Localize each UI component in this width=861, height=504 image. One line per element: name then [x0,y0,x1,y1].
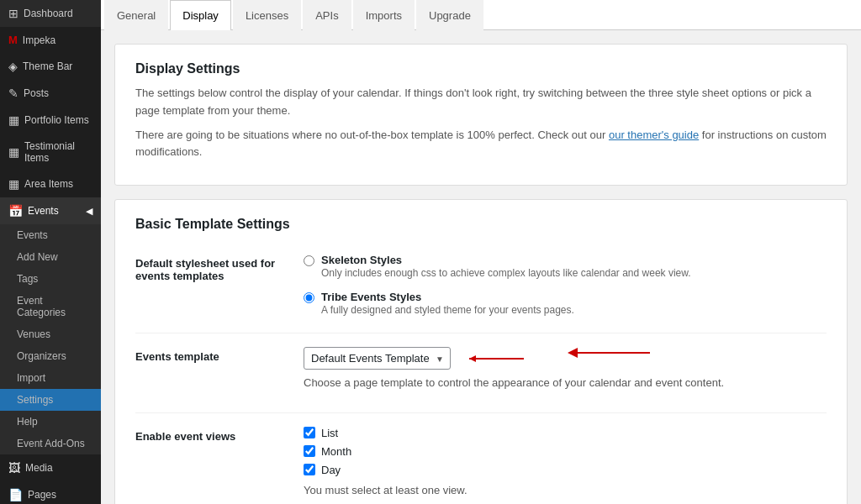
sidebar-label-posts: Posts [24,87,49,99]
sidebar-label-pages: Pages [28,489,56,501]
sub-label-event-add-ons: Event Add-Ons [17,438,85,449]
tab-upgrade[interactable]: Upgrade [416,0,483,30]
sidebar-sub-item-venues[interactable]: Venues [0,323,101,345]
tab-imports[interactable]: Imports [353,0,415,30]
sidebar-label-impeka: Impeka [23,34,55,46]
stylesheet-options: Skeleton Styles Only includes enough css… [304,254,827,319]
portfolio-icon: ▦ [8,113,19,127]
sidebar-item-impeka[interactable]: M Impeka [0,27,101,53]
basic-template-card: Basic Template Settings Default styleshe… [114,199,848,504]
tabs-bar: General Display Licenses APIs Imports Up… [101,0,861,30]
sidebar-sub-item-import[interactable]: Import [0,367,101,389]
tab-apis[interactable]: APIs [303,0,351,30]
tab-general[interactable]: General [104,0,168,30]
main-content: General Display Licenses APIs Imports Up… [101,0,861,504]
radio-tribe-input[interactable] [304,292,314,303]
sub-label-organizers: Organizers [17,350,66,362]
sidebar-label-portfolio-items: Portfolio Items [24,114,89,126]
events-icon: 📅 [8,204,23,218]
content-area: Display Settings The settings below cont… [101,30,861,504]
posts-icon: ✎ [8,87,18,100]
label-list: List [321,427,338,439]
display-settings-desc1: The settings below control the display o… [135,85,827,120]
radio-skeleton: Skeleton Styles Only includes enough css… [304,254,827,279]
sidebar-sub-item-tags[interactable]: Tags [0,268,101,290]
stylesheet-label: Default stylesheet used for events templ… [135,254,304,282]
sub-label-import: Import [17,372,45,384]
sidebar-label-media: Media [25,462,53,474]
stylesheet-row: Default stylesheet used for events templ… [135,240,827,333]
sidebar-label-theme-bar: Theme Bar [23,60,72,72]
area-icon: ▦ [8,177,19,191]
red-arrow-annotation [557,344,658,370]
basic-template-title: Basic Template Settings [135,217,827,232]
sidebar-item-testimonial-items[interactable]: ▦ Testimonial Items [0,134,101,171]
checkbox-month-row: Month [304,445,827,458]
sidebar-sub-item-event-categories[interactable]: Event Categories [0,290,101,323]
tab-licenses[interactable]: Licenses [233,0,301,30]
pages-icon: 📄 [8,488,23,501]
sidebar-label-dashboard: Dashboard [24,8,73,19]
sidebar-item-media[interactable]: 🖼 Media [0,454,101,481]
radio-tribe: Tribe Events Styles A fully designed and… [304,291,827,316]
radio-skeleton-desc: Only includes enough css to achieve comp… [321,267,691,279]
sub-label-event-categories: Event Categories [17,295,92,318]
impeka-icon: M [8,34,18,46]
events-template-select[interactable]: Default Events Template [304,347,451,370]
sidebar-item-pages[interactable]: 📄 Pages [0,481,101,504]
events-template-row: Events template Default Events Template … [135,333,827,413]
desc2-before: There are going to be situations where n… [135,129,609,141]
checkbox-day-row: Day [304,464,827,476]
enable-views-content: List Month Day You must select at least … [304,427,827,504]
enable-views-label: Enable event views [135,427,304,443]
display-settings-desc2: There are going to be situations where n… [135,127,827,162]
sidebar-sub-item-organizers[interactable]: Organizers [0,345,101,367]
sidebar-label-events: Events [28,205,59,217]
checkbox-month[interactable] [304,445,315,457]
sub-label-add-new: Add New [17,251,58,263]
sidebar-sub-item-help[interactable]: Help [0,411,101,433]
sidebar: ⊞ Dashboard M Impeka ◈ Theme Bar ✎ Posts… [0,0,101,504]
sidebar-item-events[interactable]: 📅 Events ◀ [0,197,101,224]
label-day: Day [321,464,341,476]
enable-views-row: Enable event views List Month Day You mu [135,413,827,504]
sidebar-item-area-items[interactable]: ▦ Area Items [0,171,101,197]
sub-label-venues: Venues [17,328,50,340]
testimonial-icon: ▦ [8,145,19,159]
checkbox-list[interactable] [304,427,315,438]
sidebar-sub-item-add-new[interactable]: Add New [0,246,101,268]
sidebar-item-theme-bar[interactable]: ◈ Theme Bar [0,53,101,80]
dashboard-icon: ⊞ [8,7,18,20]
svg-marker-0 [469,355,476,362]
sub-label-settings: Settings [17,394,53,406]
checkbox-day[interactable] [304,464,315,475]
red-arrow-pointing-left [461,349,528,369]
sidebar-label-area-items: Area Items [24,178,73,190]
sub-label-events: Events [17,229,48,241]
events-template-desc: Choose a page template to control the ap… [304,375,827,392]
sidebar-sub-item-settings[interactable]: Settings [0,389,101,411]
label-month: Month [321,445,351,458]
checkbox-list-row: List [304,427,827,439]
sub-label-help: Help [17,416,38,428]
sidebar-label-testimonial-items: Testimonial Items [24,140,92,164]
media-icon: 🖼 [8,461,20,475]
tab-display[interactable]: Display [170,0,231,30]
display-settings-card: Display Settings The settings below cont… [114,44,848,186]
radio-skeleton-label: Skeleton Styles [321,254,691,266]
views-note: You must select at least one view. [304,482,827,500]
sidebar-sub-events: Events Add New Tags Event Categories Ven… [0,224,101,454]
events-expand-arrow: ◀ [86,206,92,217]
events-template-select-wrapper: Default Events Template ▼ [304,347,451,370]
sidebar-item-posts[interactable]: ✎ Posts [0,80,101,107]
display-settings-title: Display Settings [135,61,827,76]
radio-tribe-label: Tribe Events Styles [321,291,574,303]
sidebar-sub-item-events[interactable]: Events [0,224,101,246]
sidebar-sub-item-event-add-ons[interactable]: Event Add-Ons [0,433,101,454]
sidebar-item-portfolio-items[interactable]: ▦ Portfolio Items [0,107,101,134]
radio-tribe-desc: A fully designed and styled theme for yo… [321,304,574,316]
radio-skeleton-input[interactable] [304,255,314,266]
themers-guide-link[interactable]: our themer's guide [609,129,699,141]
sidebar-item-dashboard[interactable]: ⊞ Dashboard [0,0,101,27]
events-template-label: Events template [135,347,304,363]
